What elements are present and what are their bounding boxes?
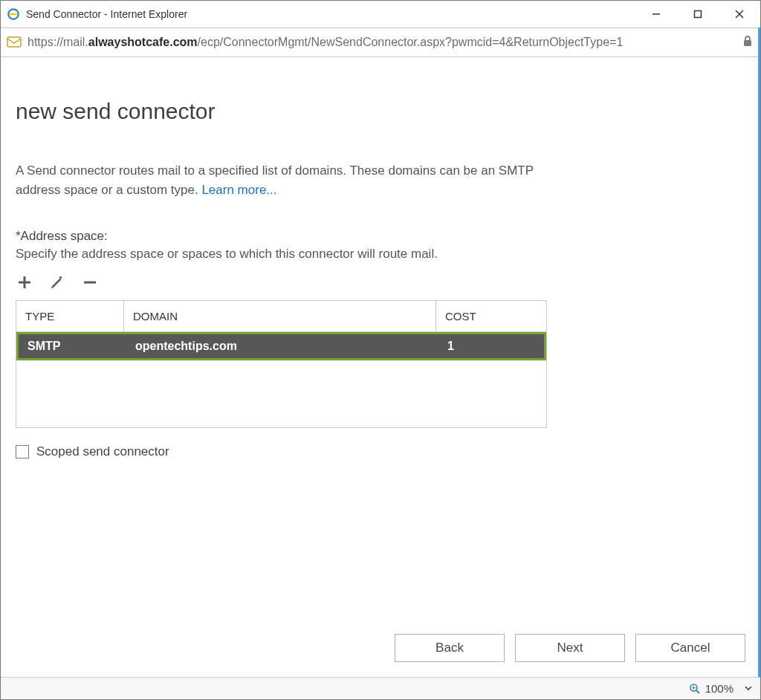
browser-window: Send Connector - Internet Explorer https… xyxy=(0,0,761,700)
learn-more-link[interactable]: Learn more... xyxy=(201,183,276,197)
zoom-icon[interactable] xyxy=(689,683,701,695)
url-path: /ecp/ConnectorMgmt/NewSendConnector.aspx… xyxy=(198,36,624,48)
cell-type: SMTP xyxy=(19,340,126,353)
svg-rect-9 xyxy=(59,276,62,279)
maximize-button[interactable] xyxy=(677,1,719,27)
status-bar: 100% xyxy=(1,677,760,699)
titlebar: Send Connector - Internet Explorer xyxy=(1,1,760,27)
col-header-domain[interactable]: DOMAIN xyxy=(124,301,436,331)
plus-icon xyxy=(16,274,33,294)
svg-rect-6 xyxy=(744,40,751,46)
add-button[interactable] xyxy=(16,275,33,293)
minus-icon xyxy=(82,274,98,294)
remove-button[interactable] xyxy=(81,275,99,293)
page-content: new send connector A Send connector rout… xyxy=(1,57,760,677)
window-controls xyxy=(635,1,760,27)
edit-button[interactable] xyxy=(48,275,66,293)
address-space-label: *Address space: xyxy=(16,229,745,244)
scoped-checkbox-label: Scoped send connector xyxy=(36,444,169,459)
scoped-checkbox-row: Scoped send connector xyxy=(16,444,745,459)
col-header-cost[interactable]: COST xyxy=(436,301,546,331)
cell-cost: 1 xyxy=(438,340,544,353)
table-row[interactable]: SMTP opentechtips.com 1 xyxy=(16,332,546,360)
intro-text-block: A Send connector routes mail to a specif… xyxy=(16,161,566,199)
ie-icon xyxy=(7,7,20,21)
svg-rect-5 xyxy=(7,37,21,47)
address-space-table: TYPE DOMAIN COST SMTP opentechtips.com 1 xyxy=(16,300,547,428)
address-bar[interactable]: https://mail.alwayshotcafe.com/ecp/Conne… xyxy=(1,27,760,57)
scoped-checkbox[interactable] xyxy=(16,445,29,458)
pencil-icon xyxy=(49,274,65,294)
address-space-desc: Specify the address space or spaces to w… xyxy=(16,247,745,262)
page-title: new send connector xyxy=(16,99,745,124)
cancel-button[interactable]: Cancel xyxy=(635,634,745,662)
url-text: https://mail.alwayshotcafe.com/ecp/Conne… xyxy=(27,36,735,49)
window-title: Send Connector - Internet Explorer xyxy=(26,8,187,20)
scrollbar[interactable] xyxy=(758,27,760,677)
close-button[interactable] xyxy=(719,1,760,27)
url-scheme: https:// xyxy=(27,36,63,48)
svg-line-12 xyxy=(696,690,699,693)
address-space-block: *Address space: Specify the address spac… xyxy=(16,229,745,459)
cell-domain: opentechtips.com xyxy=(126,340,438,353)
table-header: TYPE DOMAIN COST xyxy=(16,301,546,332)
back-button[interactable]: Back xyxy=(395,634,505,662)
wizard-footer: Back Next Cancel xyxy=(395,634,745,662)
col-header-type[interactable]: TYPE xyxy=(16,301,124,331)
next-button[interactable]: Next xyxy=(515,634,625,662)
table-body: SMTP opentechtips.com 1 xyxy=(16,332,546,427)
site-icon xyxy=(7,35,22,50)
minimize-button[interactable] xyxy=(635,1,677,27)
lock-icon xyxy=(742,35,753,50)
svg-rect-2 xyxy=(695,11,702,18)
zoom-level[interactable]: 100% xyxy=(705,682,734,695)
url-sub: mail. xyxy=(63,36,88,48)
url-host: alwayshotcafe.com xyxy=(88,36,198,48)
chevron-down-icon[interactable] xyxy=(744,682,753,695)
table-toolbar xyxy=(16,275,745,293)
